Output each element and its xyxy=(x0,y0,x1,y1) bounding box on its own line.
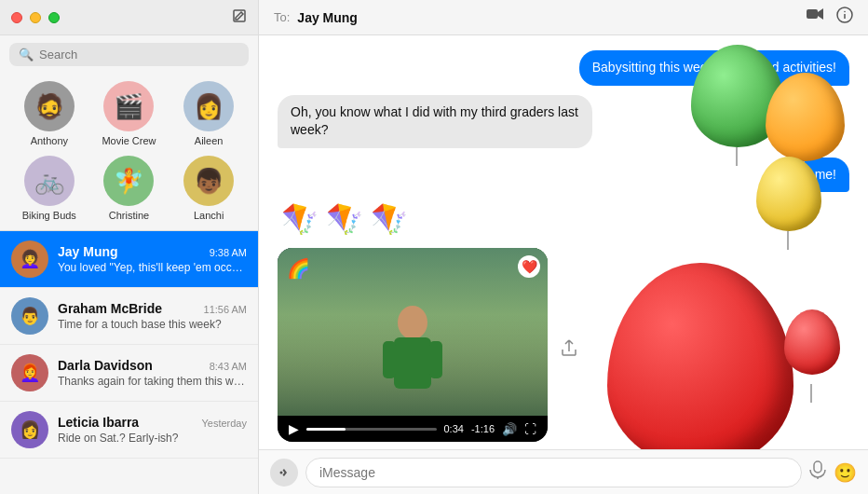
video-message-container: 🌈 ❤️ ▶ 0:34 -1:16 🔊 ⛶ xyxy=(278,248,548,449)
kite-2: 🪁 xyxy=(326,201,363,237)
fullscreen-icon[interactable]: ⛶ xyxy=(524,422,536,436)
svg-point-5 xyxy=(398,306,427,339)
volume-icon[interactable]: 🔊 xyxy=(502,422,517,436)
close-button[interactable] xyxy=(11,12,22,23)
pinned-christine[interactable]: 🧚 Christine xyxy=(95,156,162,221)
conv-preview-leticia: Ride on Sat.? Early-ish? xyxy=(58,432,247,445)
video-controls: ▶ 0:34 -1:16 🔊 ⛶ xyxy=(278,416,548,442)
bubble-1: Babysitting this weekend, I need activit… xyxy=(579,50,849,86)
minimize-button[interactable] xyxy=(30,12,41,23)
conv-preview-darla: Thanks again for taking them this weeken… xyxy=(58,375,247,388)
chat-header-icons xyxy=(807,7,853,28)
kite-stickers: 🪁 🪁 🪁 xyxy=(278,201,849,237)
elapsed-time: 0:34 xyxy=(444,423,464,434)
conversation-list: 👩‍🦱 Jay Mung 9:38 AM You loved "Yep, thi… xyxy=(0,231,258,494)
conv-time-jay-mung: 9:38 AM xyxy=(210,247,247,258)
search-icon: 🔍 xyxy=(19,48,34,62)
pinned-name-movie-crew: Movie Crew xyxy=(102,135,156,146)
audio-input-button[interactable] xyxy=(809,460,826,484)
conv-info-graham: Graham McBride 11:56 AM Time for a touch… xyxy=(58,301,247,331)
message-input[interactable] xyxy=(305,458,802,487)
balloon-string-red-small xyxy=(810,384,812,403)
conv-info-darla: Darla Davidson 8:43 AM Thanks again for … xyxy=(58,358,247,388)
bubble-3: Tell me! xyxy=(779,158,849,193)
apps-button[interactable] xyxy=(270,459,298,487)
pinned-name-christine: Christine xyxy=(109,210,149,221)
pinned-name-anthony: Anthony xyxy=(31,135,68,146)
search-bar: 🔍 xyxy=(0,35,258,74)
bubble-2: Oh, you know what I did with my third gr… xyxy=(278,95,592,148)
svg-point-9 xyxy=(280,471,283,473)
pinned-contacts-row2: 🚲 Biking Buds 🧚 Christine 👦🏾 Lanchi xyxy=(0,156,258,230)
conv-info-jay-mung: Jay Mung 9:38 AM You loved "Yep, this'll… xyxy=(58,244,247,274)
svg-rect-10 xyxy=(814,461,821,473)
pinned-name-aileen: Aileen xyxy=(195,135,224,146)
search-wrap[interactable]: 🔍 xyxy=(9,43,249,66)
msg-row-2: Oh, you know what I did with my third gr… xyxy=(278,95,849,148)
conv-info-leticia: Leticia Ibarra Yesterday Ride on Sat.? E… xyxy=(58,415,247,445)
conv-name-graham: Graham McBride xyxy=(58,301,162,316)
conv-name-darla: Darla Davidson xyxy=(58,358,153,373)
video-bubble: 🌈 ❤️ ▶ 0:34 -1:16 🔊 ⛶ xyxy=(278,248,548,442)
conv-preview-jay-mung: You loved "Yep, this'll keep 'em occupie… xyxy=(58,261,247,274)
conv-name-leticia: Leticia Ibarra xyxy=(58,415,139,430)
input-bar: 🙂 xyxy=(259,449,868,494)
pinned-name-lanchi: Lanchi xyxy=(194,210,224,221)
video-thumbnail: 🌈 xyxy=(278,248,548,416)
share-button[interactable] xyxy=(561,338,577,361)
chat-recipient: Jay Mung xyxy=(297,10,799,25)
play-button[interactable]: ▶ xyxy=(289,421,299,436)
pinned-aileen[interactable]: 👩 Aileen xyxy=(175,81,242,146)
msg-row-3: Tell me! xyxy=(278,158,849,193)
svg-point-4 xyxy=(844,11,846,13)
conv-darla-davidson[interactable]: 👩‍🦰 Darla Davidson 8:43 AM Thanks again … xyxy=(0,345,258,402)
maximize-button[interactable] xyxy=(48,12,60,23)
svg-rect-8 xyxy=(429,341,442,378)
conv-leticia-ibarra[interactable]: 👩 Leticia Ibarra Yesterday Ride on Sat.?… xyxy=(0,402,258,459)
conv-preview-graham: Time for a touch base this week? xyxy=(58,318,247,331)
pinned-biking-buds[interactable]: 🚲 Biking Buds xyxy=(16,156,83,221)
kite-1: 🪁 xyxy=(281,201,319,237)
pinned-movie-crew[interactable]: 🎬 Movie Crew xyxy=(95,81,162,146)
messages-container: Babysitting this weekend, I need activit… xyxy=(259,35,868,449)
video-call-icon[interactable] xyxy=(807,7,823,28)
conv-name-jay-mung: Jay Mung xyxy=(58,244,118,259)
msg-row-1: Babysitting this weekend, I need activit… xyxy=(278,50,849,86)
balloon-red-small xyxy=(784,309,840,375)
pinned-anthony[interactable]: 🧔 Anthony xyxy=(16,81,83,146)
chat-area: To: Jay Mung Babysitting this weekend, I… xyxy=(259,0,868,494)
conv-jay-mung[interactable]: 👩‍🦱 Jay Mung 9:38 AM You loved "Yep, thi… xyxy=(0,231,258,288)
svg-rect-1 xyxy=(807,9,818,19)
video-person: 🌈 xyxy=(278,248,548,416)
compose-button[interactable] xyxy=(232,8,247,27)
svg-rect-6 xyxy=(394,337,431,389)
conv-time-darla: 8:43 AM xyxy=(210,361,247,372)
pinned-lanchi[interactable]: 👦🏾 Lanchi xyxy=(175,156,242,221)
conv-graham-mcbride[interactable]: 👨 Graham McBride 11:56 AM Time for a tou… xyxy=(0,288,258,345)
titlebar xyxy=(0,0,258,35)
emoji-button[interactable]: 🙂 xyxy=(834,461,857,484)
pinned-name-biking-buds: Biking Buds xyxy=(22,210,76,221)
progress-fill xyxy=(306,428,346,431)
sidebar: 🔍 🧔 Anthony 🎬 Movie Crew 👩 Aileen 🚲 Biki… xyxy=(0,0,259,494)
to-label: To: xyxy=(274,10,290,24)
remaining-time: -1:16 xyxy=(471,423,495,434)
kite-3: 🪁 xyxy=(371,201,408,237)
conv-time-leticia: Yesterday xyxy=(201,418,247,429)
info-icon[interactable] xyxy=(836,7,853,28)
conv-time-graham: 11:56 AM xyxy=(204,304,247,315)
pinned-contacts: 🧔 Anthony 🎬 Movie Crew 👩 Aileen xyxy=(0,74,258,156)
search-input[interactable] xyxy=(39,48,239,62)
progress-bar xyxy=(306,428,437,431)
balloon-red xyxy=(607,263,793,449)
svg-rect-7 xyxy=(383,341,396,378)
chat-header: To: Jay Mung xyxy=(259,0,868,35)
